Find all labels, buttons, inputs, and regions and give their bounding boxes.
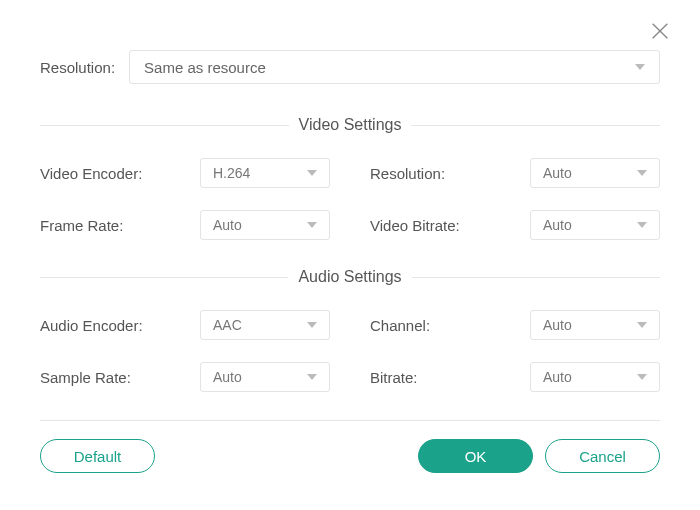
cancel-button[interactable]: Cancel (545, 439, 660, 473)
chevron-down-icon (637, 374, 647, 380)
video-settings-header: Video Settings (40, 116, 660, 134)
close-icon (649, 20, 671, 45)
video-bitrate-label: Video Bitrate: (370, 217, 460, 234)
video-bitrate-value: Auto (543, 217, 572, 233)
channel-label: Channel: (370, 317, 430, 334)
video-resolution-value: Auto (543, 165, 572, 181)
chevron-down-icon (637, 170, 647, 176)
chevron-down-icon (307, 222, 317, 228)
video-resolution-select[interactable]: Auto (530, 158, 660, 188)
audio-settings-title: Audio Settings (298, 268, 401, 286)
video-bitrate-select[interactable]: Auto (530, 210, 660, 240)
video-settings-title: Video Settings (299, 116, 402, 134)
default-button[interactable]: Default (40, 439, 155, 473)
chevron-down-icon (635, 64, 645, 70)
video-encoder-value: H.264 (213, 165, 250, 181)
sample-rate-label: Sample Rate: (40, 369, 131, 386)
video-resolution-label: Resolution: (370, 165, 445, 182)
top-resolution-label: Resolution: (40, 59, 115, 76)
cancel-button-label: Cancel (579, 448, 626, 465)
sample-rate-value: Auto (213, 369, 242, 385)
audio-encoder-label: Audio Encoder: (40, 317, 143, 334)
chevron-down-icon (637, 322, 647, 328)
frame-rate-value: Auto (213, 217, 242, 233)
channel-select[interactable]: Auto (530, 310, 660, 340)
audio-settings-header: Audio Settings (40, 268, 660, 286)
top-resolution-select[interactable]: Same as resource (129, 50, 660, 84)
chevron-down-icon (307, 374, 317, 380)
chevron-down-icon (307, 170, 317, 176)
ok-button[interactable]: OK (418, 439, 533, 473)
frame-rate-label: Frame Rate: (40, 217, 123, 234)
chevron-down-icon (637, 222, 647, 228)
video-encoder-select[interactable]: H.264 (200, 158, 330, 188)
audio-encoder-select[interactable]: AAC (200, 310, 330, 340)
audio-encoder-value: AAC (213, 317, 242, 333)
frame-rate-select[interactable]: Auto (200, 210, 330, 240)
footer-divider (40, 420, 660, 421)
video-encoder-label: Video Encoder: (40, 165, 142, 182)
default-button-label: Default (74, 448, 122, 465)
ok-button-label: OK (465, 448, 487, 465)
chevron-down-icon (307, 322, 317, 328)
sample-rate-select[interactable]: Auto (200, 362, 330, 392)
close-button[interactable] (648, 20, 672, 44)
audio-bitrate-select[interactable]: Auto (530, 362, 660, 392)
channel-value: Auto (543, 317, 572, 333)
audio-bitrate-value: Auto (543, 369, 572, 385)
audio-bitrate-label: Bitrate: (370, 369, 418, 386)
top-resolution-value: Same as resource (144, 59, 266, 76)
